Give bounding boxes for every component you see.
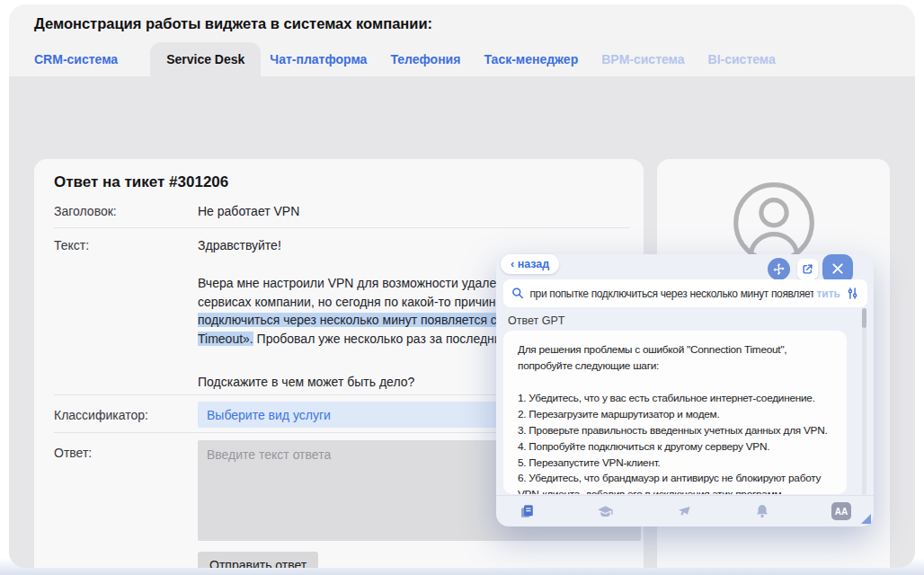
subject-label: Заголовок:	[54, 204, 117, 218]
megaphone-icon	[675, 503, 692, 520]
graduation-cap-icon	[597, 503, 614, 520]
open-external-button[interactable]	[797, 259, 818, 279]
search-input[interactable]: при попытке подключиться через несколько…	[503, 279, 867, 307]
gpt-answer-step: 4. Попробуйте подключиться к другому сер…	[518, 439, 832, 456]
announcements-button[interactable]	[675, 503, 692, 520]
training-button[interactable]	[597, 503, 614, 520]
tab-bi: BI-система	[708, 52, 776, 66]
answer-label: Ответ:	[54, 446, 92, 460]
filter-sliders-icon	[846, 287, 859, 300]
gpt-answer-step: 6. Убедитесь, что брандмауэр и антивирус…	[518, 471, 832, 494]
move-widget-button[interactable]	[768, 258, 790, 280]
ticket-greeting: Здравствуйте!	[198, 238, 281, 252]
notifications-button[interactable]	[754, 503, 770, 519]
back-button[interactable]: ‹ назад	[501, 254, 559, 274]
gpt-answer-card: Для решения проблемы с ошибкой "Connecti…	[503, 331, 847, 494]
gpt-answer-intro: Для решения проблемы с ошибкой "Connecti…	[518, 342, 832, 375]
external-link-icon	[802, 263, 813, 275]
subject-value: Не работает VPN	[198, 204, 299, 218]
knowledge-base-button[interactable]	[519, 503, 535, 519]
aa-badge: AA	[831, 502, 851, 520]
move-icon	[772, 262, 786, 276]
close-icon	[831, 262, 844, 275]
tab-service-desk[interactable]: Service Desk	[150, 42, 261, 76]
gpt-answer-step: 2. Перезагрузите маршрутизатор и модем.	[518, 407, 832, 423]
ticket-body-post: Пробовал уже несколько раз за последний …	[253, 332, 536, 346]
gpt-answer-step: 3. Проверьте правильность введенных учет…	[518, 423, 832, 439]
tab-telephony[interactable]: Телефония	[390, 52, 460, 66]
widget-scrollbar[interactable]	[862, 308, 866, 495]
tab-task-manager[interactable]: Таск-менеджер	[484, 52, 578, 66]
search-icon	[511, 287, 524, 300]
obscured-button-text: тить	[816, 288, 840, 300]
tab-bpm: BPM-система	[601, 52, 684, 66]
system-tabs: CRM-система Service Desk Чат-платформа Т…	[34, 42, 799, 76]
scrollbar-thumb[interactable]	[862, 308, 866, 328]
page-title: Демонстрация работы виджета в системах к…	[34, 15, 432, 32]
gpt-answer-step: 5. Перезапустите VPN-клиент.	[518, 456, 832, 472]
search-filter-button[interactable]	[846, 287, 859, 300]
tab-chat-platform[interactable]: Чат-платформа	[270, 52, 367, 66]
submit-answer-button[interactable]: Отправить ответ	[198, 552, 318, 568]
ticket-question: Подскажите в чем может быть дело?	[198, 375, 414, 389]
tab-crm[interactable]: CRM-система	[34, 52, 118, 66]
widget-resize-handle[interactable]	[861, 514, 871, 524]
widget-footer-toolbar: AA	[496, 495, 874, 526]
gpt-answer-step: 1. Убедитесь, что у вас есть стабильное …	[518, 391, 832, 407]
assistant-widget: ‹ назад при попытке подключиться через н…	[496, 254, 874, 526]
documents-icon	[519, 503, 535, 519]
font-size-button[interactable]: AA	[831, 502, 851, 520]
ticket-title: Ответ на тикет #301206	[54, 173, 228, 191]
divider	[54, 227, 629, 228]
search-query-text: при попытке подключиться через несколько…	[529, 288, 813, 300]
gpt-answer-section-label: Ответ GPT	[508, 314, 564, 327]
bell-icon	[754, 503, 770, 519]
person-icon	[732, 181, 816, 265]
text-label: Текст:	[54, 238, 89, 252]
classifier-label: Классификатор:	[54, 408, 148, 422]
